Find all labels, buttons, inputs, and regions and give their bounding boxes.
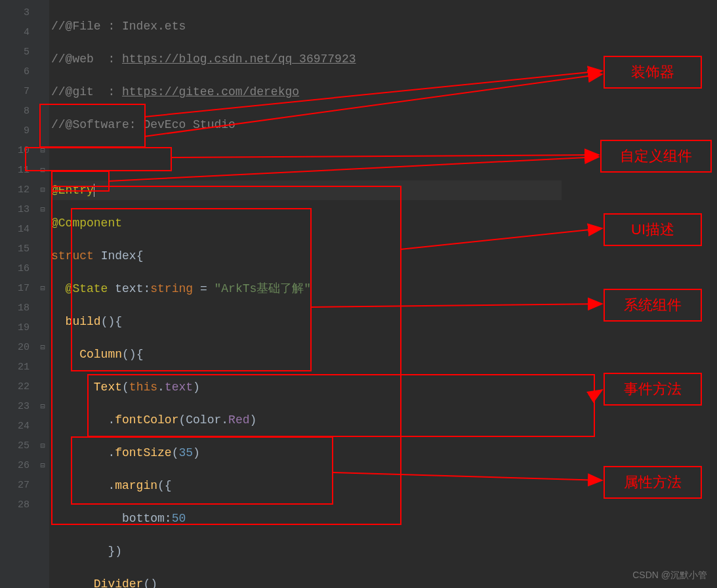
line-number: 27 [0,476,36,495]
fold-marker[interactable]: ⊟ [36,456,49,476]
annotation-event-method: 事件方法 [604,373,702,406]
fold-marker[interactable] [36,299,49,318]
code-line[interactable]: .fontSize(35) [51,443,562,463]
fold-marker[interactable] [36,495,49,515]
decorator-state: @State [66,282,108,295]
decorator-component: @Component [51,217,122,230]
code-line[interactable]: //@git : https://gitee.com/derekgo [51,82,562,102]
line-number: 5 [0,43,36,62]
line-number: 12 [0,180,36,200]
annotation-custom-component: 自定义组件 [600,140,712,173]
fold-marker[interactable]: ⊟ [36,436,49,456]
line-number: 10 [0,141,36,161]
code-line[interactable]: //@Software: DevEco Studio [51,115,562,135]
line-number: 18 [0,299,36,318]
line-number: 19 [0,318,36,338]
code-line[interactable]: //@File : Index.ets [51,16,562,36]
line-number: 3 [0,3,36,23]
comment: //@git : [51,85,122,98]
fold-marker[interactable]: ⊟ [36,161,49,180]
annotation-ui-desc: UI描述 [604,213,702,246]
line-number: 23 [0,397,36,417]
line-number: 20 [0,338,36,358]
fold-marker[interactable] [36,121,49,141]
code-line[interactable]: Column(){ [51,345,562,364]
line-number: 22 [0,377,36,397]
line-number: 26 [0,456,36,476]
annotation-attr-method: 属性方法 [604,466,702,499]
line-number: 6 [0,62,36,82]
fold-marker[interactable]: ⊟ [36,397,49,417]
fold-marker[interactable] [36,62,49,82]
decorator-entry: @Entry [51,184,94,197]
svg-line-6 [594,390,602,395]
code-line[interactable]: Divider() [51,574,562,588]
fold-column: ⊟ ⊟ ⊟ ⊟ ⊟ ⊟ ⊟ ⊟ ⊟ [36,0,49,588]
line-number: 4 [0,23,36,43]
line-number: 11 [0,161,36,180]
code-line[interactable]: }) [51,541,562,561]
code-line[interactable]: @Component [51,213,562,233]
code-line[interactable] [51,148,562,167]
fold-marker[interactable]: ⊟ [36,200,49,220]
code-line[interactable]: Text(this.text) [51,377,562,397]
code-line[interactable]: @State text:string = "ArkTs基础了解" [51,279,562,299]
watermark: CSDN @沉默小管 [632,570,707,581]
line-number: 24 [0,417,36,436]
url-link[interactable]: https://blog.csdn.net/qq_36977923 [122,52,356,66]
code-line[interactable]: .fontColor(Color.Red) [51,410,562,430]
code-line[interactable]: //@web : https://blog.csdn.net/qq_369779… [51,49,562,69]
line-number: 17 [0,279,36,299]
fold-marker[interactable] [36,358,49,377]
keyword-struct: struct [51,249,94,262]
fold-marker[interactable] [36,259,49,279]
annotation-decorator: 装饰器 [604,56,702,89]
comment: //@Software: DevEco Studio [51,118,236,131]
line-number: 7 [0,82,36,102]
code-line[interactable]: struct Index{ [51,246,562,266]
line-number: 25 [0,436,36,456]
code-line[interactable]: @Entry [51,180,562,200]
fold-marker[interactable] [36,318,49,338]
fold-marker[interactable]: ⊟ [36,279,49,299]
method-build: build [66,315,101,328]
code-editor[interactable]: //@File : Index.ets //@web : https://blo… [51,3,562,588]
comment: //@web : [51,52,122,66]
line-number: 15 [0,240,36,259]
fold-marker[interactable]: ⊟ [36,141,49,161]
line-number: 9 [0,121,36,141]
fold-marker[interactable] [36,377,49,397]
fold-marker[interactable] [36,23,49,43]
code-line[interactable]: .margin({ [51,476,562,495]
fold-marker[interactable] [36,43,49,62]
fold-marker[interactable] [36,82,49,102]
fold-marker[interactable] [36,3,49,23]
code-line[interactable]: build(){ [51,312,562,331]
line-number: 8 [0,102,36,121]
component-column: Column [79,348,122,361]
gutter: 3 4 5 6 7 8 9 10 11 12 13 14 15 16 17 18… [0,0,36,588]
comment: //@File : Index.ets [51,20,186,33]
fold-marker[interactable]: ⊟ [36,338,49,358]
annotation-system-component: 系统组件 [604,289,702,322]
identifier-index: Index [101,249,136,262]
line-number: 16 [0,259,36,279]
fold-marker[interactable] [36,240,49,259]
fold-marker[interactable]: ⊟ [36,180,49,200]
code-line[interactable]: bottom:50 [51,509,562,528]
fold-marker[interactable] [36,476,49,495]
line-number: 21 [0,358,36,377]
fold-marker[interactable] [36,417,49,436]
line-number: 13 [0,200,36,220]
component-divider: Divider [94,578,144,588]
line-number: 28 [0,495,36,515]
url-link[interactable]: https://gitee.com/derekgo [122,85,299,98]
component-text: Text [94,381,122,394]
fold-marker[interactable] [36,102,49,121]
line-number: 14 [0,220,36,240]
fold-marker[interactable] [36,220,49,240]
